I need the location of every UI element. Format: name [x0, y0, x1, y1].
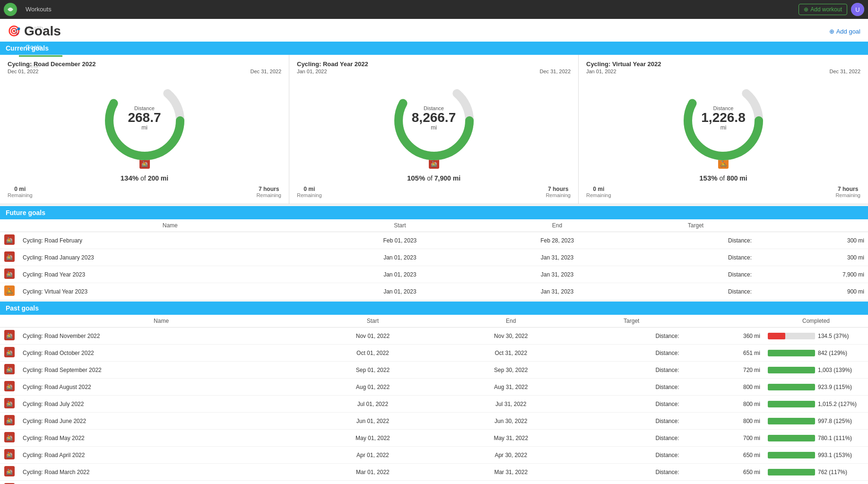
goal-start-date: Dec 01, 2022 — [8, 69, 38, 74]
list-item[interactable]: 🚴 Cycling: Virtual Year 2023 Jan 01, 202… — [0, 283, 868, 300]
goal-name: Cycling: Road April 2022 — [19, 447, 304, 464]
list-item[interactable]: 🚵 Cycling: Road January 2023 Jan 01, 202… — [0, 249, 868, 266]
col-target-val — [755, 219, 868, 232]
target-val: 800 mi — [683, 396, 764, 413]
goal-stats: 0 mi Remaining 7 hours Remaining — [586, 186, 860, 198]
list-item[interactable]: 🚵 Cycling: Road September 2022 Sep 01, 2… — [0, 362, 868, 379]
svg-text:🚵: 🚵 — [6, 366, 13, 373]
goal-start: Feb 01, 2022 — [304, 481, 442, 484]
completed-cell: 1,015.2 (127%) — [764, 396, 868, 413]
target-val: 300 mi — [683, 481, 764, 484]
of-label: of — [720, 174, 727, 182]
col-target: Target — [580, 315, 683, 328]
user-avatar[interactable]: U — [851, 3, 864, 16]
progress-bar-fill — [768, 350, 815, 356]
goal-start: Jan 01, 2023 — [321, 249, 479, 266]
progress-bar-wrap: 1,003 (139%) — [768, 367, 864, 373]
remaining-dist-stat: 0 mi Remaining — [586, 186, 611, 198]
goal-name: Cycling: Road February — [19, 232, 321, 249]
target-label: Distance: — [580, 413, 683, 430]
icon-cell: 🚵 — [0, 430, 19, 447]
goal-start: Aug 01, 2022 — [304, 379, 442, 396]
goal-end: Jan 31, 2023 — [478, 249, 636, 266]
future-goals-table: Name Start End Target 🚵 Cycling: Road Fe… — [0, 219, 868, 300]
remaining-dist-stat: 0 mi Remaining — [8, 186, 33, 198]
list-item[interactable]: 🚵 Cycling: Road October 2022 Oct 01, 202… — [0, 345, 868, 362]
add-goal-button[interactable]: ⊕ Add goal — [829, 28, 860, 35]
distance-value: 1,226.8 — [701, 111, 745, 124]
goal-pct-line: 153% of 800 mi — [586, 174, 860, 182]
svg-text:🚵: 🚵 — [6, 271, 13, 277]
list-item[interactable]: 🚵 Cycling: Road February 2022 Feb 01, 20… — [0, 481, 868, 484]
icon-cell: 🚵 — [0, 345, 19, 362]
goal-card[interactable]: Cycling: Virtual Year 2022 Jan 01, 2022 … — [579, 55, 868, 204]
goal-card[interactable]: Cycling: Road Year 2022 Jan 01, 2022 Dec… — [289, 55, 579, 204]
goal-name: Cycling: Virtual Year 2023 — [19, 283, 321, 300]
progress-text: 762 (117%) — [818, 469, 847, 475]
goal-end: Jun 30, 2022 — [442, 413, 580, 430]
remaining-dist-label: Remaining — [586, 192, 611, 198]
future-goals-title: Future goals — [6, 209, 45, 216]
goal-end-date: Dec 31, 2022 — [540, 69, 571, 74]
svg-text:🚵: 🚵 — [6, 332, 13, 339]
page-title-text: Goals — [24, 24, 61, 39]
target-val: 651 mi — [683, 345, 764, 362]
goal-name: Cycling: Road March 2022 — [19, 464, 304, 481]
remaining-time-val: 7 hours — [546, 186, 571, 192]
completed-cell: 287 (96%) — [764, 481, 868, 484]
target-val: 720 mi — [683, 362, 764, 379]
target-label: Distance: — [636, 283, 755, 300]
goal-name: Cycling: Road Year 2023 — [19, 266, 321, 283]
icon-cell: 🚵 — [0, 362, 19, 379]
past-goals-table: Name Start End Target Completed 🚵 Cyclin… — [0, 315, 868, 484]
progress-bar-wrap: 923.9 (115%) — [768, 384, 864, 390]
nav-item-workouts[interactable]: Workouts — [19, 0, 62, 19]
goal-start: Sep 01, 2022 — [304, 362, 442, 379]
progress-bar-fill — [768, 384, 815, 390]
goal-name: Cycling: Road November 2022 — [19, 328, 304, 345]
list-item[interactable]: 🚵 Cycling: Road May 2022 May 01, 2022 Ma… — [0, 430, 868, 447]
target-val: 360 mi — [683, 328, 764, 345]
goal-card[interactable]: Cycling: Road December 2022 Dec 01, 2022… — [0, 55, 289, 204]
list-item[interactable]: 🚵 Cycling: Road November 2022 Nov 01, 20… — [0, 328, 868, 345]
list-item[interactable]: 🚵 Cycling: Road Year 2023 Jan 01, 2023 J… — [0, 266, 868, 283]
list-item[interactable]: 🚵 Cycling: Road August 2022 Aug 01, 2022… — [0, 379, 868, 396]
list-item[interactable]: 🚵 Cycling: Road April 2022 Apr 01, 2022 … — [0, 447, 868, 464]
list-item[interactable]: 🚵 Cycling: Road July 2022 Jul 01, 2022 J… — [0, 396, 868, 413]
list-item[interactable]: 🚵 Cycling: Road June 2022 Jun 01, 2022 J… — [0, 413, 868, 430]
goal-pct-line: 134% of 200 mi — [8, 174, 281, 182]
goal-start: May 01, 2022 — [304, 430, 442, 447]
target-label: Distance: — [580, 396, 683, 413]
goal-name: Cycling: Road July 2022 — [19, 396, 304, 413]
svg-text:🚵: 🚵 — [6, 468, 13, 475]
donut-container: Distance 268.7 mi 🚵 — [8, 78, 281, 170]
completed-cell: 842 (129%) — [764, 345, 868, 362]
current-goals-section: Current goals Cycling: Road December 202… — [0, 42, 868, 204]
goal-pct: 153% — [699, 174, 717, 182]
goal-start: Jul 01, 2022 — [304, 396, 442, 413]
remaining-dist-val: 0 mi — [586, 186, 611, 192]
progress-bar-bg — [768, 469, 815, 475]
remaining-dist-val: 0 mi — [8, 186, 33, 192]
goal-start: Jan 01, 2023 — [321, 283, 479, 300]
goal-card-title: Cycling: Road December 2022 — [8, 60, 281, 68]
icon-cell: 🚵 — [0, 266, 19, 283]
goal-end: Sep 30, 2022 — [442, 362, 580, 379]
goal-target: 7,900 mi — [434, 174, 460, 182]
current-goals-title: Current goals — [6, 44, 49, 52]
app-logo[interactable] — [4, 3, 17, 16]
list-item[interactable]: 🚵 Cycling: Road March 2022 Mar 01, 2022 … — [0, 464, 868, 481]
progress-text: 842 (129%) — [818, 350, 847, 356]
col-target-val — [683, 315, 764, 328]
progress-bar-bg — [768, 452, 815, 458]
progress-bar-fill — [768, 401, 815, 407]
progress-text: 923.9 (115%) — [818, 384, 852, 390]
target-label: Distance: — [580, 464, 683, 481]
col-name: Name — [19, 219, 321, 232]
progress-bar-wrap: 997.8 (125%) — [768, 418, 864, 424]
goal-start: Jan 01, 2023 — [321, 266, 479, 283]
progress-bar-bg — [768, 333, 815, 339]
list-item[interactable]: 🚵 Cycling: Road February Feb 01, 2023 Fe… — [0, 232, 868, 249]
add-workout-button[interactable]: ⊕ Add workout — [799, 4, 847, 15]
goal-end: Mar 31, 2022 — [442, 464, 580, 481]
